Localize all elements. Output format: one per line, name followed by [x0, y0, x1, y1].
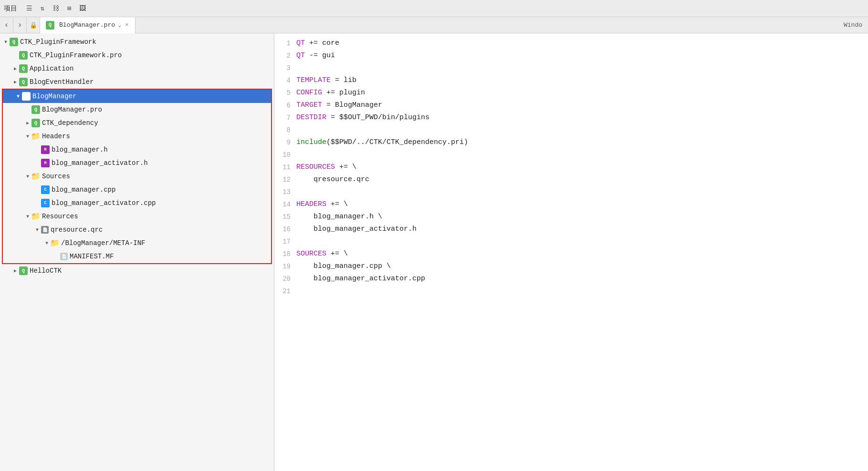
code-content-12: qresource.qrc [296, 174, 868, 186]
arrow-blogmanager [14, 94, 22, 99]
filter-icon[interactable]: ☰ [24, 3, 34, 14]
tree-item-blog-activator-cpp[interactable]: C blog_manager_activator.cpp [3, 196, 271, 210]
code-content-16: blog_manager_activator.h [296, 223, 868, 236]
code-line-8: 8 [274, 124, 868, 136]
image-icon[interactable]: 🖼 [77, 3, 88, 14]
main-layout: Q CTK_PluginFramework Q CTK_PluginFramew… [0, 33, 868, 471]
code-line-7: 7 DESTDIR = $$OUT_PWD/bin/plugins [274, 112, 868, 124]
tree-item-blog-manager-cpp[interactable]: C blog_manager.cpp [3, 183, 271, 196]
icon-manifest: 📄 [60, 253, 68, 260]
label-qrc: qresource.qrc [51, 226, 103, 234]
icon-helloctk: Q [19, 266, 28, 275]
line-num-1: 1 [274, 37, 296, 50]
label-bm-h: blog_manager.h [52, 146, 108, 154]
icon-application: Q [19, 64, 28, 73]
line-num-17: 17 [274, 236, 296, 248]
tab-next-button[interactable]: › [13, 17, 27, 33]
tab-filename: BlogManager.pro [59, 21, 115, 29]
code-line-3: 3 [274, 62, 868, 74]
label-manifest: MANIFEST.MF [70, 253, 114, 260]
icon-blogevent: Q [19, 78, 28, 86]
line-num-13: 13 [274, 186, 296, 198]
line-num-14: 14 [274, 198, 296, 211]
tree-item-qresource[interactable]: 📄 qresource.qrc [3, 223, 271, 236]
link-icon[interactable]: ⛓ [51, 3, 61, 14]
sync-icon[interactable]: ⇅ [37, 3, 48, 14]
label-bm-pro: BlogManager.pro [42, 106, 102, 113]
tree-item-blogevent[interactable]: Q BlogEventHandler [0, 75, 274, 89]
tab-file-icon: Q [46, 21, 54, 30]
arrow-helloctk [11, 268, 19, 274]
code-content-6: TARGET = BlogManager [296, 99, 868, 112]
tab-bar: ‹ › 🔒 Q BlogManager.pro ⌄ × Windo [0, 17, 868, 33]
icon-ba-h: H [41, 159, 50, 167]
root-icon: Q [10, 38, 18, 46]
code-content-4: TEMPLATE = lib [296, 74, 868, 87]
code-content-9: include($$PWD/../CTK/CTK_dependency.pri) [296, 136, 868, 149]
tree-item-ctk-dep[interactable]: Q CTK_dependency [3, 116, 271, 130]
tab-lock-button[interactable]: 🔒 [27, 17, 40, 33]
line-num-2: 2 [274, 50, 296, 62]
tree-item-headers[interactable]: 📁 Headers [3, 130, 271, 143]
arrow-resources [24, 214, 31, 219]
code-content-5: CONFIG += plugin [296, 87, 868, 99]
blog-manager-group: Q BlogManager Q BlogManager.pro Q CTK_de… [2, 89, 272, 264]
code-content-2: QT -= gui [296, 50, 868, 62]
code-line-20: 20 blog_manager_activator.cpp [274, 273, 868, 285]
code-line-17: 17 [274, 236, 868, 248]
code-line-21: 21 [274, 285, 868, 297]
line-num-21: 21 [274, 285, 296, 297]
label-application: Application [30, 65, 73, 72]
line-num-20: 20 [274, 273, 296, 285]
tree-item-blog-manager-h[interactable]: H blog_manager.h [3, 143, 271, 156]
file-tree-sidebar[interactable]: Q CTK_PluginFramework Q CTK_PluginFramew… [0, 33, 274, 471]
line-num-8: 8 [274, 124, 296, 136]
code-line-11: 11 RESOURCES += \ [274, 161, 868, 174]
tab-prev-button[interactable]: ‹ [0, 17, 13, 33]
line-num-9: 9 [274, 136, 296, 149]
icon-resources: 📁 [31, 212, 40, 221]
tree-item-meta-inf[interactable]: 📁 /BlogManager/META-INF [3, 236, 271, 250]
label-blogevent: BlogEventHandler [30, 78, 94, 86]
tree-root[interactable]: Q CTK_PluginFramework [0, 35, 274, 49]
code-editor: 1 QT += core 2 QT -= gui 3 4 TEMPLATE = … [274, 33, 868, 471]
tab-close-button[interactable]: × [124, 22, 129, 29]
add-subproject-icon[interactable]: ⊞ [64, 3, 74, 14]
code-line-12: 12 qresource.qrc [274, 174, 868, 186]
code-content-18: SOURCES += \ [296, 248, 868, 260]
tree-item-resources[interactable]: 📁 Resources [3, 210, 271, 223]
code-line-16: 16 blog_manager_activator.h [274, 223, 868, 236]
tab-dropdown-icon[interactable]: ⌄ [118, 21, 121, 29]
line-num-16: 16 [274, 223, 296, 236]
line-num-18: 18 [274, 248, 296, 260]
icon-sources: 📁 [31, 172, 40, 181]
tree-item-helloctk[interactable]: Q HelloCTK [0, 264, 274, 277]
tab-blogmanager-pro[interactable]: Q BlogManager.pro ⌄ × [40, 17, 136, 33]
arrow-qrc [33, 227, 41, 233]
tree-item-blogmanager[interactable]: Q BlogManager [3, 90, 271, 103]
arrow-headers [24, 134, 31, 139]
code-line-19: 19 blog_manager.cpp \ [274, 260, 868, 273]
icon-qrc: 📄 [41, 226, 49, 234]
label-ba-h: blog_manager_activator.h [52, 159, 148, 167]
code-content-19: blog_manager.cpp \ [296, 260, 868, 273]
icon-bm-cpp: C [41, 185, 50, 194]
code-line-5: 5 CONFIG += plugin [274, 87, 868, 99]
icon-blogmanager: Q [22, 92, 31, 101]
icon-bm-pro: Q [31, 105, 40, 114]
line-num-10: 10 [274, 149, 296, 161]
tree-item-blog-activator-h[interactable]: H blog_manager_activator.h [3, 156, 271, 170]
tree-item-application[interactable]: Q Application [0, 62, 274, 75]
line-num-5: 5 [274, 87, 296, 99]
icon-ctk-pro: Q [19, 51, 28, 60]
code-line-15: 15 blog_manager.h \ [274, 211, 868, 223]
tree-item-ctk-pro[interactable]: Q CTK_PluginFramework.pro [0, 49, 274, 62]
tree-item-manifest[interactable]: 📄 MANIFEST.MF [3, 250, 271, 263]
arrow-ctk-dep [24, 120, 31, 126]
tree-item-sources[interactable]: 📁 Sources [3, 170, 271, 183]
arrow-sources [24, 174, 31, 179]
label-ctk-dep: CTK_dependency [42, 119, 98, 127]
tree-item-bm-pro[interactable]: Q BlogManager.pro [3, 103, 271, 116]
label-ba-cpp: blog_manager_activator.cpp [52, 199, 156, 207]
code-line-6: 6 TARGET = BlogManager [274, 99, 868, 112]
